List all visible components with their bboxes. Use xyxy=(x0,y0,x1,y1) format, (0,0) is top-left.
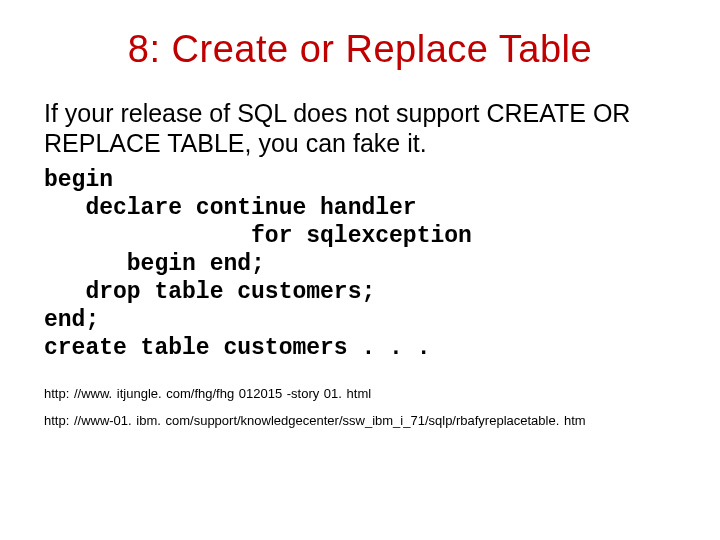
reference-link-1: http: //www. itjungle. com/fhg/fhg 01201… xyxy=(44,386,676,403)
reference-link-2: http: //www-01. ibm. com/support/knowled… xyxy=(44,413,676,430)
slide-title: 8: Create or Replace Table xyxy=(44,28,676,71)
slide: 8: Create or Replace Table If your relea… xyxy=(0,0,720,540)
code-block: begin declare continue handler for sqlex… xyxy=(44,166,676,362)
slide-body-text: If your release of SQL does not support … xyxy=(44,99,676,158)
